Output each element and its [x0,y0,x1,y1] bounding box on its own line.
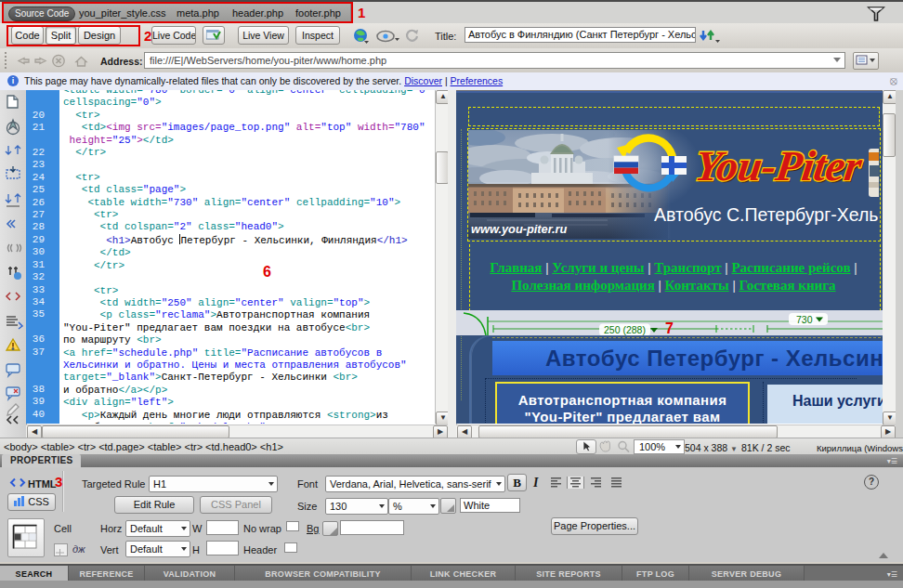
svg-text:www.you-piter.ru: www.you-piter.ru [471,222,568,236]
svg-text:You-Piter: You-Piter [692,142,866,189]
svg-text:730: 730 [796,314,813,325]
svg-text:Автобус С.Петербург-Хельсинки: Автобус С.Петербург-Хельсинки [654,204,879,225]
svg-text:250 (288): 250 (288) [604,324,646,335]
